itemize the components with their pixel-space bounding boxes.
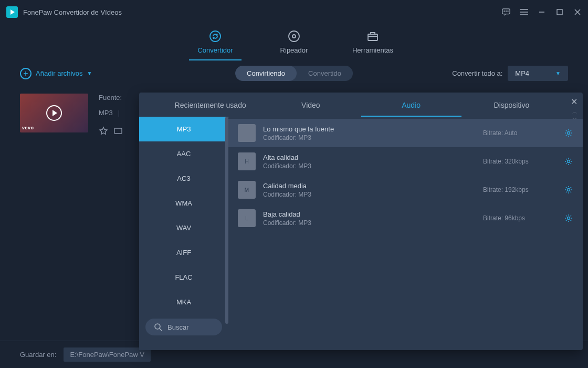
svg-point-2	[506, 11, 506, 12]
popup-tab-audio[interactable]: Audio	[361, 93, 461, 117]
preset-icon	[238, 124, 256, 142]
codec-item-aiff[interactable]: AIFF	[139, 240, 228, 265]
output-format-value: MP4	[515, 69, 529, 77]
preset-bitrate: Bitrate: Auto	[483, 129, 556, 137]
save-path-field[interactable]: E:\FonePaw\FonePaw V	[64, 347, 151, 362]
svg-rect-15	[114, 128, 122, 134]
popup-tab-device[interactable]: Dispositivo	[461, 93, 562, 117]
add-files-button[interactable]: + Añadir archivos ▼	[20, 68, 92, 79]
codec-item-aac[interactable]: AAC	[139, 141, 228, 166]
convert-all-control: Convertir todo a: MP4 ▼	[452, 66, 568, 81]
vevo-badge: vevo	[22, 125, 34, 130]
star-icon[interactable]	[99, 126, 108, 136]
preset-encoder: Codificador: MP3	[263, 134, 476, 141]
titlebar: FonePaw Convertidor de Vídeos	[0, 0, 588, 24]
feedback-icon[interactable]	[502, 8, 510, 16]
svg-point-18	[568, 132, 570, 135]
tab-ripper-label: Ripeador	[280, 46, 308, 54]
status-converted[interactable]: Convertido	[297, 66, 353, 81]
preset-icon: L	[238, 209, 256, 227]
tab-ripper[interactable]: Ripeador	[268, 29, 320, 60]
popup-body: MP3 AAC AC3 WMA WAV AIFF FLAC MKA Buscar…	[139, 117, 583, 350]
codec-item-mka[interactable]: MKA	[139, 290, 228, 314]
preset-bitrate: Bitrate: 96kbps	[483, 214, 556, 222]
search-icon	[154, 323, 162, 331]
preset-row-high[interactable]: H Alta calidad Codificador: MP3 Bitrate:…	[228, 147, 583, 176]
chevron-up-icon[interactable]: ︿	[572, 108, 578, 116]
preset-row-source[interactable]: Lo mismo que la fuente Codificador: MP3 …	[228, 119, 583, 147]
codec-item-wma[interactable]: WMA	[139, 191, 228, 216]
preset-list: Lo mismo que la fuente Codificador: MP3 …	[228, 117, 583, 350]
plus-circle-icon: +	[20, 68, 32, 79]
codec-item-flac[interactable]: FLAC	[139, 265, 228, 290]
preset-settings-button[interactable]	[564, 185, 573, 195]
main-tabs: Convertidor Ripeador Herramientas	[0, 24, 588, 60]
app-title: FonePaw Convertidor de Vídeos	[23, 8, 122, 16]
chevron-down-icon: ▼	[555, 70, 561, 76]
codec-list: MP3 AAC AC3 WMA WAV AIFF FLAC MKA Buscar	[139, 117, 228, 350]
tools-icon	[366, 29, 380, 43]
file-info: Fuente: MP3 |	[99, 94, 123, 136]
minimize-button[interactable]	[538, 8, 546, 16]
convert-all-label: Convertir todo a:	[452, 69, 502, 77]
popup-tab-video[interactable]: Video	[260, 93, 361, 117]
svg-point-1	[504, 11, 505, 12]
app-logo-icon	[6, 6, 18, 18]
maximize-button[interactable]	[555, 8, 564, 16]
add-files-label: Añadir archivos	[36, 69, 83, 77]
preset-title: Baja calidad	[263, 210, 476, 218]
chevron-down-icon[interactable]: ﹀	[572, 116, 578, 123]
preset-bitrate: Bitrate: 192kbps	[483, 186, 556, 193]
output-format-select[interactable]: MP4 ▼	[508, 66, 568, 81]
source-label: Fuente:	[99, 94, 123, 101]
menu-icon[interactable]	[520, 8, 528, 16]
svg-point-11	[210, 31, 220, 42]
status-converting[interactable]: Convirtiendo	[235, 66, 297, 81]
popup-close-button[interactable]: ✕	[571, 97, 578, 107]
preset-icon: M	[238, 181, 256, 199]
svg-point-16	[155, 324, 160, 329]
ripper-icon	[287, 29, 301, 43]
video-thumbnail[interactable]: vevo	[20, 94, 88, 132]
play-icon	[46, 105, 62, 121]
preset-settings-button[interactable]	[564, 128, 573, 138]
tab-converter[interactable]: Convertidor	[189, 29, 242, 60]
search-placeholder: Buscar	[167, 323, 188, 331]
file-format: MP3	[99, 109, 113, 117]
popup-tab-recent[interactable]: Recientemente usado	[160, 93, 260, 117]
close-button[interactable]	[573, 8, 582, 16]
converter-icon	[208, 29, 222, 43]
format-popup: ✕ ︿ ﹀ Recientemente usado Video Audio Di…	[139, 93, 583, 350]
chevron-down-icon: ▼	[87, 70, 92, 76]
svg-rect-14	[368, 34, 377, 40]
preset-settings-button[interactable]	[564, 157, 573, 166]
preset-encoder: Codificador: MP3	[263, 191, 476, 198]
svg-point-13	[292, 35, 296, 38]
popup-tabs: Recientemente usado Video Audio Disposit…	[139, 93, 583, 117]
preset-settings-button[interactable]	[564, 213, 573, 223]
toolbar: + Añadir archivos ▼ Convirtiendo Convert…	[0, 60, 588, 86]
svg-line-17	[160, 329, 162, 331]
caption-icon[interactable]	[113, 126, 123, 136]
save-to-label: Guardar en:	[20, 351, 56, 359]
status-toggle: Convirtiendo Convertido	[235, 66, 353, 81]
preset-bitrate: Bitrate: 320kbps	[483, 158, 556, 165]
svg-rect-8	[557, 9, 562, 15]
preset-title: Alta calidad	[263, 154, 476, 161]
tab-tools[interactable]: Herramientas	[346, 29, 399, 60]
preset-encoder: Codificador: MP3	[263, 219, 476, 227]
preset-row-low[interactable]: L Baja calidad Codificador: MP3 Bitrate:…	[228, 204, 583, 232]
codec-item-mp3[interactable]: MP3	[139, 117, 228, 141]
svg-point-21	[568, 217, 570, 220]
popup-nav-arrows[interactable]: ︿ ﹀	[572, 108, 578, 123]
svg-point-19	[568, 160, 570, 163]
svg-point-3	[508, 11, 508, 12]
preset-title: Lo mismo que la fuente	[263, 125, 476, 133]
svg-point-20	[568, 189, 570, 191]
codec-item-wav[interactable]: WAV	[139, 216, 228, 240]
codec-item-ac3[interactable]: AC3	[139, 166, 228, 191]
tab-converter-label: Convertidor	[197, 46, 233, 54]
preset-title: Calidad media	[263, 182, 476, 190]
codec-search-input[interactable]: Buscar	[145, 319, 222, 335]
preset-row-medium[interactable]: M Calidad media Codificador: MP3 Bitrate…	[228, 176, 583, 204]
